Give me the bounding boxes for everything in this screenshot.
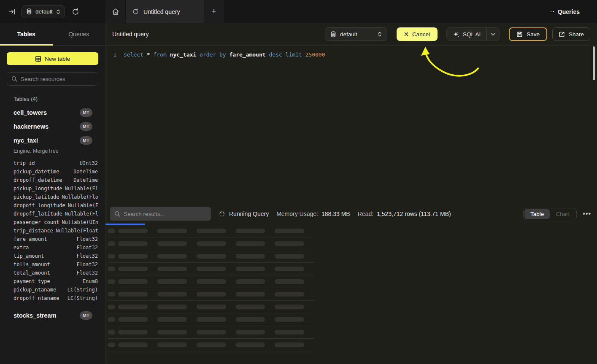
skeleton-pill — [157, 292, 187, 297]
table-name: hackernews — [14, 123, 49, 130]
results-body — [105, 224, 597, 364]
search-resources-input[interactable] — [21, 76, 94, 82]
memory-usage-value: 188.33 MB — [321, 210, 350, 217]
new-tab-button[interactable]: + — [204, 0, 224, 23]
results-search[interactable] — [110, 207, 211, 221]
sql-token: by — [219, 51, 226, 58]
sidebar-tab-tables[interactable]: Tables — [0, 23, 53, 45]
refresh-icon[interactable] — [72, 8, 79, 16]
top-bar: default Untitled query + Queries — [0, 0, 597, 23]
tab-strip: Untitled query + — [105, 0, 224, 23]
skeleton-row — [108, 288, 315, 301]
line-number: 1 — [105, 50, 116, 59]
skeleton-pill — [275, 317, 304, 322]
sidebar-tab-queries-label: Queries — [68, 31, 89, 38]
table-name: cell_towers — [14, 109, 47, 116]
column-row: pickup_datetimeDateTime — [14, 167, 98, 176]
skeleton-pill — [118, 330, 148, 334]
skeleton-row — [108, 275, 315, 288]
skeleton-pill — [157, 342, 187, 347]
sql-token: nyc_taxi — [170, 51, 197, 58]
loading-progress-bar — [105, 224, 145, 225]
new-table-label: New table — [45, 56, 70, 62]
table-row-stocks-stream[interactable]: stocks_stream MT — [0, 308, 105, 322]
sql-editor[interactable]: 1 select * from nyc_taxi order by fare_a… — [105, 46, 597, 204]
more-options-button[interactable]: ••• — [583, 212, 591, 216]
table-row-cell-towers[interactable]: cell_towers MT — [0, 105, 105, 119]
skeleton-pill — [108, 229, 115, 233]
skeleton-pill — [236, 292, 265, 297]
table-name: stocks_stream — [14, 312, 57, 319]
chevron-down-icon — [491, 33, 495, 36]
tab-title: Untitled query — [143, 8, 180, 15]
skeleton-pill — [197, 279, 226, 284]
spinner-icon — [219, 210, 225, 217]
column-row: tolls_amountFloat32 — [14, 260, 98, 269]
mergetree-badge: MT — [80, 311, 92, 320]
skeleton-pill — [118, 267, 148, 271]
column-row: dropoff_datetimeDateTime — [14, 176, 98, 184]
sql-token: * — [147, 51, 150, 58]
skeleton-pill — [157, 229, 187, 233]
editor-scrollbar[interactable] — [593, 46, 595, 80]
skeleton-pill — [236, 279, 265, 284]
skeleton-pill — [157, 279, 187, 284]
skeleton-pill — [118, 292, 148, 297]
skeleton-pill — [157, 305, 187, 309]
column-row: trip_idUInt32 — [14, 159, 98, 167]
nyc-taxi-columns: trip_idUInt32pickup_datetimeDateTimedrop… — [0, 157, 105, 302]
tab-untitled-query[interactable]: Untitled query — [126, 0, 204, 23]
sql-ai-label: SQL AI — [463, 31, 481, 38]
column-row: dropoff_latitudeNullable(Fl — [14, 210, 98, 218]
skeleton-pill — [197, 267, 226, 271]
skeleton-pill — [118, 279, 148, 284]
home-tab-button[interactable] — [105, 0, 125, 23]
sql-token: order — [200, 51, 216, 58]
search-icon — [114, 211, 120, 217]
table-row-hackernews[interactable]: hackernews MT — [0, 119, 105, 133]
sql-ai-button: SQL AI — [446, 27, 500, 41]
sidebar-search[interactable] — [7, 72, 98, 86]
column-row: dropoff_longitudeNullable(F — [14, 201, 98, 210]
view-toggle: Table Chart — [523, 208, 577, 220]
toggle-table[interactable]: Table — [524, 209, 550, 219]
home-icon — [112, 8, 119, 16]
skeleton-pill — [108, 279, 115, 284]
share-button[interactable]: Share — [552, 27, 590, 41]
cancel-button[interactable]: Cancel — [397, 27, 438, 41]
sql-line-1: 1 select * from nyc_taxi order by fare_a… — [105, 46, 597, 59]
memory-usage-label: Memory Usage: — [276, 210, 318, 217]
new-table-button[interactable]: New table — [7, 52, 98, 65]
topbar-database-selector[interactable]: default — [22, 5, 65, 18]
status-text: Running Query — [229, 210, 269, 217]
annotation-arrow — [105, 46, 597, 204]
database-icon — [26, 8, 32, 15]
skeleton-pill — [197, 254, 226, 259]
sql-ai-dropdown[interactable] — [486, 28, 499, 40]
skeleton-pill — [108, 254, 115, 259]
queries-link[interactable]: Queries — [551, 0, 580, 23]
skeleton-row — [108, 237, 315, 250]
skeleton-pill — [108, 267, 115, 271]
query-database-selector[interactable]: default — [325, 27, 387, 41]
mergetree-badge: MT — [80, 108, 92, 117]
save-icon — [516, 31, 523, 38]
sidebar-tab-queries[interactable]: Queries — [53, 23, 105, 45]
skeleton-pill — [118, 342, 148, 347]
search-results-input[interactable] — [124, 211, 206, 217]
table-row-nyc-taxi[interactable]: nyc_taxi MT — [0, 133, 105, 147]
sql-ai-main[interactable]: SQL AI — [447, 28, 486, 40]
skeleton-pill — [236, 229, 265, 233]
skeleton-pill — [197, 330, 226, 334]
toggle-chart[interactable]: Chart — [550, 209, 575, 219]
skeleton-pill — [118, 317, 148, 322]
collapse-sidebar-icon[interactable] — [8, 8, 16, 15]
table-name: nyc_taxi — [14, 137, 38, 144]
save-button[interactable]: Save — [509, 27, 547, 41]
column-row: pickup_longitudeNullable(Fl — [14, 184, 98, 193]
skeleton-pill — [275, 267, 304, 271]
skeleton-pill — [108, 330, 115, 334]
skeleton-pill — [275, 330, 304, 334]
sql-token: desc — [269, 51, 282, 58]
skeleton-pill — [157, 330, 187, 334]
